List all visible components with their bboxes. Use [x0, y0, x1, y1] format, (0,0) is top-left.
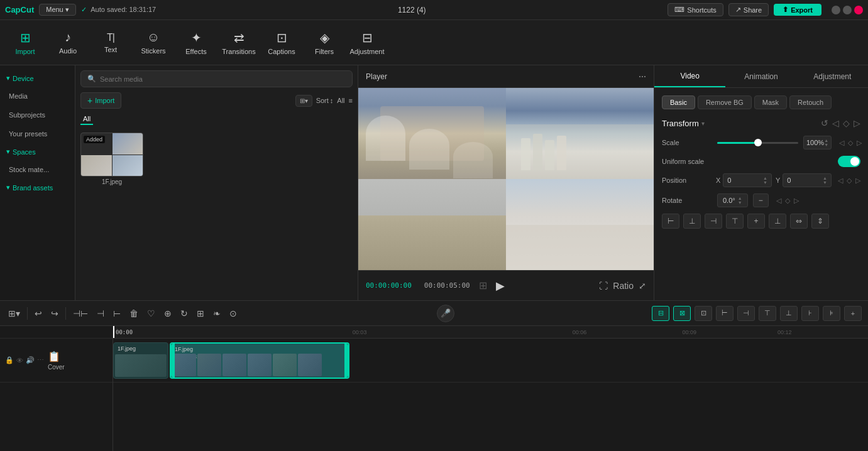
toolbar-filters[interactable]: ◈ Filters	[304, 24, 344, 62]
tl-zoom-button[interactable]: ⊧	[823, 306, 840, 321]
sidebar-section-device[interactable]: ▾ Device	[0, 70, 75, 86]
player-menu-icon[interactable]: ⋯	[639, 72, 646, 81]
track-visibility-button[interactable]: 👁	[16, 357, 23, 364]
rotate-down-button[interactable]: ▼	[738, 200, 742, 205]
tab-all[interactable]: All	[80, 114, 93, 125]
track-lock-button[interactable]: 🔒	[5, 356, 14, 364]
align-fill-h-button[interactable]: ⇔	[790, 214, 808, 229]
filter-button[interactable]: ≡	[349, 97, 353, 104]
scale-down-button[interactable]: ▼	[824, 143, 828, 147]
fullscreen-button[interactable]: ⛶	[599, 281, 608, 291]
tl-ripple-button[interactable]: ⊤	[759, 306, 776, 321]
trim-left-button[interactable]: ⊣	[95, 307, 106, 320]
toolbar-effects[interactable]: ✦ Effects	[176, 24, 216, 62]
sub-tab-basic[interactable]: Basic	[662, 95, 695, 109]
toolbar-import[interactable]: ⊞ Import	[5, 24, 45, 62]
expand-button[interactable]: ⤢	[639, 281, 646, 291]
tl-link-button[interactable]: ⊠	[673, 306, 691, 321]
mic-button[interactable]: 🎤	[437, 305, 454, 322]
toolbar-transitions[interactable]: ⇄ Transitions	[219, 24, 259, 62]
feather-button[interactable]: ❧	[211, 307, 222, 320]
sort-button[interactable]: Sort ↕	[316, 97, 334, 104]
grid-icon[interactable]: ⊞	[479, 280, 487, 291]
sub-tab-removebg[interactable]: Remove BG	[698, 95, 752, 109]
sidebar-item-stock[interactable]: Stock mate...	[3, 161, 72, 178]
ratio-button[interactable]: Ratio	[613, 281, 634, 291]
x-down-button[interactable]: ▼	[763, 180, 767, 185]
align-left-button[interactable]: ⊢	[662, 214, 679, 229]
share-button[interactable]: ↗ Share	[728, 3, 769, 16]
sidebar-section-spaces[interactable]: ▾ Spaces	[0, 144, 75, 160]
scale-keyframe-add[interactable]: ◇	[848, 139, 853, 147]
scale-slider[interactable]	[717, 142, 798, 144]
trim-right-button[interactable]: ⊢	[111, 307, 123, 320]
rotate-flip-button[interactable]: −	[753, 193, 769, 207]
maximize-button[interactable]	[843, 6, 852, 14]
media-item[interactable]: Added 1F.jpeg	[80, 133, 143, 185]
loop-button[interactable]: ↻	[179, 307, 190, 320]
delete-button[interactable]: 🗑	[128, 307, 140, 320]
main-clip[interactable]: 1F.jpeg 00:00:03:24	[170, 342, 349, 379]
tab-video[interactable]: Video	[654, 65, 725, 87]
cover-clip[interactable]: 1F.jpeg 00:00:0	[113, 342, 168, 379]
timeline-layout-button[interactable]: ⊞▾	[6, 307, 22, 320]
minimize-button[interactable]	[832, 6, 840, 14]
timeline-content[interactable]: 00:00 00:03 00:06 00:09 00:12 1F.jpeg 00…	[113, 326, 868, 451]
tl-replace-button[interactable]: ⊥	[780, 306, 798, 321]
tl-magnetic-button[interactable]: ⊟	[652, 306, 669, 321]
align-center-v-button[interactable]: +	[747, 214, 765, 229]
undo-button[interactable]: ↩	[33, 307, 44, 320]
reset-button[interactable]: ↺	[821, 118, 828, 128]
export-button[interactable]: ⬆ Export	[774, 4, 821, 16]
align-top-button[interactable]: ⊤	[726, 214, 744, 229]
menu-button[interactable]: Menu ▾	[39, 4, 76, 16]
pos-keyframe-prev[interactable]: ◁	[838, 177, 843, 185]
toolbar-stickers[interactable]: ☺ Stickers	[133, 24, 173, 62]
speed-button[interactable]: ⊙	[228, 307, 239, 320]
rotate-keyframe-next[interactable]: ▷	[794, 197, 799, 205]
pos-keyframe-next[interactable]: ▷	[855, 177, 860, 185]
redo-button[interactable]: ↪	[49, 307, 60, 320]
tl-group-button[interactable]: ⊢	[716, 306, 733, 321]
keyframe-prev-button[interactable]: ◁	[832, 118, 839, 128]
keyframe-next-button[interactable]: ▷	[854, 118, 860, 128]
play-button[interactable]: ▶	[496, 279, 505, 293]
rotate-keyframe-add[interactable]: ◇	[785, 197, 790, 205]
split2-button[interactable]: ⊞	[195, 307, 206, 320]
toolbar-adjustment[interactable]: ⊟ Adjustment	[347, 24, 387, 62]
tab-adjustment[interactable]: Adjustment	[797, 65, 868, 87]
track-more-button[interactable]: ⋯	[37, 356, 44, 364]
toolbar-audio[interactable]: ♪ Audio	[48, 24, 88, 62]
align-center-h-button[interactable]: ⊥	[683, 214, 701, 229]
tl-sticker-button[interactable]: ⊦	[801, 306, 819, 321]
grid-view-button[interactable]: ⊞▾	[295, 95, 312, 107]
sub-tab-retouch[interactable]: Retouch	[789, 95, 832, 109]
tl-plus-button[interactable]: +	[844, 306, 862, 321]
sidebar-item-presets[interactable]: Your presets	[3, 125, 72, 143]
x-up-button[interactable]: ▲	[763, 176, 767, 180]
toolbar-text[interactable]: T| Text	[91, 24, 131, 62]
sidebar-item-subprojects[interactable]: Subprojects	[3, 106, 72, 124]
favorite-button[interactable]: ♡	[145, 307, 157, 320]
align-right-button[interactable]: ⊣	[705, 214, 722, 229]
sidebar-item-media[interactable]: Media	[3, 87, 72, 105]
copy-button[interactable]: ⊕	[162, 307, 173, 320]
y-up-button[interactable]: ▲	[823, 176, 827, 180]
tab-animation[interactable]: Animation	[725, 65, 796, 87]
tl-unlink-button[interactable]: ⊡	[695, 306, 712, 321]
keyframe-add-button[interactable]: ◇	[843, 118, 850, 128]
toolbar-captions[interactable]: ⊡ Captions	[261, 24, 302, 62]
split-button[interactable]: ⊣⊢	[71, 307, 90, 320]
rotate-keyframe-prev[interactable]: ◁	[776, 197, 781, 205]
scale-keyframe-prev[interactable]: ◁	[839, 139, 844, 147]
scale-up-button[interactable]: ▲	[824, 138, 828, 143]
import-button[interactable]: + Import	[80, 92, 121, 109]
shortcuts-button[interactable]: ⌨ Shortcuts	[667, 3, 723, 16]
y-down-button[interactable]: ▼	[823, 180, 827, 185]
uniform-scale-toggle[interactable]	[838, 156, 860, 167]
tl-clip-button[interactable]: ⊣	[737, 306, 755, 321]
scale-keyframe-next[interactable]: ▷	[857, 139, 862, 147]
clip-drag-right[interactable]	[344, 344, 348, 378]
align-bottom-button[interactable]: ⊥	[769, 214, 786, 229]
sidebar-section-brand[interactable]: ▾ Brand assets	[0, 180, 75, 195]
